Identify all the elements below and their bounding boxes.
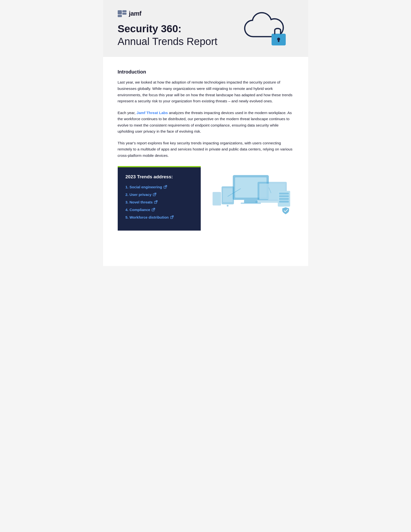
external-link-icon-4 bbox=[152, 208, 155, 211]
devices-illustration bbox=[208, 166, 294, 220]
external-link-icon-5 bbox=[170, 215, 174, 219]
trends-box: 2023 Trends address: 1. Social engineeri… bbox=[118, 166, 201, 231]
external-link-icon-2 bbox=[153, 193, 156, 196]
trend-item-5[interactable]: 5. Workforce distribution bbox=[126, 215, 193, 219]
svg-rect-23 bbox=[214, 193, 220, 203]
main-content: Introduction Last year, we looked at how… bbox=[103, 57, 308, 245]
svg-rect-2 bbox=[122, 13, 126, 15]
svg-rect-0 bbox=[118, 10, 122, 14]
jamf-threat-labs-link[interactable]: Jamf Threat Labs bbox=[137, 111, 168, 115]
external-link-icon-3 bbox=[154, 200, 158, 204]
cloud-lock-icon bbox=[240, 7, 294, 51]
trends-box-title: 2023 Trends address: bbox=[126, 174, 193, 180]
trend-5-label: 5. Workforce distribution bbox=[126, 215, 169, 219]
logo-text: jamf bbox=[129, 10, 141, 17]
intro-paragraph-1: Last year, we looked at how the adoption… bbox=[118, 79, 294, 104]
trend-item-2[interactable]: 2. User privacy bbox=[126, 192, 193, 197]
svg-point-21 bbox=[227, 205, 228, 206]
devices-svg-icon bbox=[208, 166, 294, 220]
svg-rect-26 bbox=[279, 195, 289, 197]
hero-illustration bbox=[240, 7, 294, 51]
svg-rect-3 bbox=[118, 15, 122, 17]
svg-rect-1 bbox=[122, 10, 126, 12]
intro-paragraph-3: This year's report explores five key sec… bbox=[118, 140, 294, 159]
trend-item-3[interactable]: 3. Novel threats bbox=[126, 200, 193, 204]
trend-item-1[interactable]: 1. Social engineering bbox=[126, 185, 193, 189]
intro-paragraph-2: Each year, Jamf Threat Labs analyzes the… bbox=[118, 110, 294, 135]
svg-rect-27 bbox=[279, 198, 289, 200]
trend-3-label: 3. Novel threats bbox=[126, 200, 153, 204]
hero-section: jamf Security 360: Annual Trends Report bbox=[103, 0, 308, 57]
trend-1-label: 1. Social engineering bbox=[126, 185, 162, 189]
svg-rect-25 bbox=[279, 192, 289, 194]
jamf-logo-icon bbox=[118, 10, 126, 17]
svg-rect-20 bbox=[223, 188, 232, 202]
trend-4-label: 4. Compliance bbox=[126, 208, 150, 212]
trend-item-4[interactable]: 4. Compliance bbox=[126, 208, 193, 212]
trend-2-label: 2. User privacy bbox=[126, 192, 152, 197]
para2-prefix: Each year, bbox=[118, 111, 137, 115]
external-link-icon-1 bbox=[164, 185, 167, 189]
svg-rect-28 bbox=[279, 201, 289, 202]
page: jamf Security 360: Annual Trends Report … bbox=[103, 0, 308, 266]
svg-rect-6 bbox=[278, 40, 279, 42]
trends-section: 2023 Trends address: 1. Social engineeri… bbox=[118, 166, 294, 231]
introduction-heading: Introduction bbox=[118, 69, 294, 75]
